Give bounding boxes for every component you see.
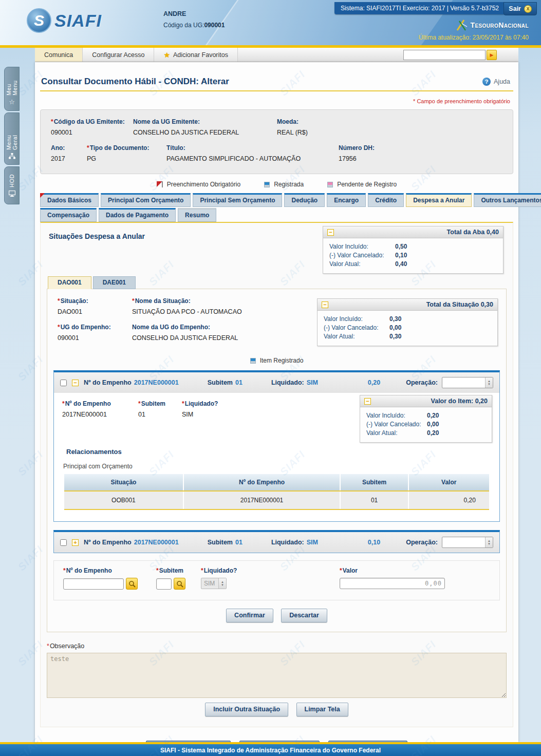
confirmar-button[interactable]: Confirmar xyxy=(226,609,273,622)
new-subitem-input[interactable] xyxy=(156,578,172,590)
menu-item-adicionar-favoritos[interactable]: ★ Adicionar Favoritos xyxy=(154,48,238,62)
item-form-buttons: Confirmar Descartar xyxy=(47,600,506,632)
tab-deducao[interactable]: Dedução xyxy=(284,193,325,207)
item-valor-incluido-value: 0,20 xyxy=(427,412,439,419)
menu-item-configurar-acesso[interactable]: Configurar Acesso xyxy=(83,48,154,62)
tab-encargo-label: Encargo xyxy=(334,197,359,204)
item-2-operacao-spinner-icon[interactable]: ▲▼ xyxy=(485,537,493,547)
relacionamentos-table: Situação Nº do Empenho Subitem Valor OOB… xyxy=(64,474,489,510)
legend-registered-label: Registrada xyxy=(274,181,304,188)
item-1-collapse-icon[interactable]: − xyxy=(72,380,79,386)
item-1-checkbox[interactable] xyxy=(60,380,67,386)
new-valor-input[interactable] xyxy=(340,578,445,589)
subitem-lookup-button[interactable] xyxy=(174,578,185,590)
sit-valor-cancelado-value: 0,00 xyxy=(389,324,401,331)
help-label: Ajuda xyxy=(494,78,510,85)
new-liquidado-select: SIM ▲▼ xyxy=(201,578,227,589)
item-valor-cancelado-label: (-) Valor Cancelado: xyxy=(366,421,427,428)
field-titulo: Título: PAGAMENTO SIMPLIFICADO - AUTOMAÇ… xyxy=(166,144,339,162)
legend-pendente-registro: Pendente de Registro xyxy=(327,181,397,188)
field-situacao-label: Situação: xyxy=(58,297,132,305)
tab-resumo[interactable]: Resumo xyxy=(178,208,216,222)
item-1-field-empenho-label: Nº do Empenho xyxy=(62,400,138,407)
new-subitem-group: Subitem xyxy=(156,567,185,590)
siafi-logo: S SIAFI xyxy=(27,8,102,33)
sidebar-item-hod[interactable]: HOD xyxy=(4,166,20,204)
tesouro-nacional-label: TesouroNacional xyxy=(470,21,529,29)
item-2-expand-icon[interactable]: + xyxy=(72,539,79,546)
new-liquidado-spinner-icon: ▲▼ xyxy=(218,578,226,589)
item-1-operacao-spinner-icon[interactable]: ▲▼ xyxy=(485,377,493,388)
tab-resumo-label: Resumo xyxy=(185,212,209,219)
sidebar-meu-menu-label: Meu Menu xyxy=(6,72,18,96)
limpar-tela-button[interactable]: Limpar Tela xyxy=(296,703,348,716)
search-go-button[interactable]: ▶ xyxy=(487,50,497,60)
item-1-operacao-select[interactable]: ▲▼ xyxy=(442,377,493,388)
relac-header-empenho: Nº do Empenho xyxy=(183,474,341,491)
aba-valor-cancelado-value: 0,10 xyxy=(395,252,407,259)
tesouro-nacional-brand: TesouroNacional xyxy=(455,20,529,31)
registered-square-icon xyxy=(264,182,270,187)
field-situacao-value: DAO001 xyxy=(58,308,132,315)
tab-principal-sem-orcamento[interactable]: Principal Sem Orçamento xyxy=(193,193,282,207)
field-situacao: Situação: DAO001 xyxy=(58,297,132,315)
tab-credito[interactable]: Crédito xyxy=(368,193,404,207)
item-2-checkbox[interactable] xyxy=(60,539,67,546)
new-valor-label: Valor xyxy=(340,567,445,574)
sidebar-item-meu-menu[interactable]: Meu Menu ☆ xyxy=(4,67,20,111)
incluir-outra-situacao-button[interactable]: Incluir Outra Situação xyxy=(205,703,288,716)
last-update-text: Última atualização: 23/05/2017 às 07:40 xyxy=(419,34,529,41)
item-2-operacao-label: Operação: xyxy=(406,539,438,546)
item-2-subitem-value: 01 xyxy=(235,539,242,546)
field-tipo-documento-label: Tipo de Documento: xyxy=(87,144,166,152)
empenho-item-1: − Nº do Empenho 2017NE000001 Subitem 01 … xyxy=(53,370,500,522)
collapse-situacao-box-icon[interactable]: − xyxy=(322,301,328,308)
title-divider xyxy=(40,90,513,91)
menubar: Comunica Configurar Acesso ★ Adicionar F… xyxy=(35,48,518,62)
new-empenho-input[interactable] xyxy=(63,578,124,590)
aba-valor-incluido-label: Valor Incluído: xyxy=(329,243,395,250)
tab-principal-com-orcamento[interactable]: Principal Com Orçamento xyxy=(101,193,191,207)
collapse-aba-box-icon[interactable]: − xyxy=(327,229,334,236)
item-1-liquidado-label: Liquidado: xyxy=(271,379,304,386)
descartar-button[interactable]: Descartar xyxy=(281,609,327,622)
help-button[interactable]: ? Ajuda xyxy=(482,78,510,86)
field-codigo-ug-emitente-value: 090001 xyxy=(51,129,133,136)
tab-principal-com-orcamento-label: Principal Com Orçamento xyxy=(108,197,183,204)
valor-do-item-title: Valor do Item: 0,20 xyxy=(431,398,488,405)
sidebar-item-menu-geral[interactable]: Menu Geral xyxy=(4,112,20,165)
empenho-lookup-button[interactable] xyxy=(126,578,138,590)
observacao-textarea[interactable]: teste xyxy=(47,653,507,698)
situation-tab-dao001[interactable]: DAO001 xyxy=(48,276,91,289)
tab-principal-sem-orcamento-label: Principal Sem Orçamento xyxy=(200,197,275,204)
situation-tabs: DAO001 DAE001 xyxy=(48,276,513,289)
help-icon: ? xyxy=(482,78,491,86)
field-ano-value: 2017 xyxy=(51,155,87,162)
tab-compensacao[interactable]: Compensação xyxy=(40,208,97,222)
menu-item-comunica[interactable]: Comunica xyxy=(35,48,83,62)
item-2-operacao-select[interactable]: ▲▼ xyxy=(442,537,493,548)
aba-valor-incluido-value: 0,50 xyxy=(395,243,407,250)
logout-button[interactable]: Sair x xyxy=(503,2,537,15)
status-legend: Preenchimento Obrigatório Registrada Pen… xyxy=(35,181,518,188)
user-ug-value: 090001 xyxy=(204,22,225,29)
collapse-item-box-icon[interactable]: − xyxy=(364,398,371,405)
tab-despesa-a-anular[interactable]: Despesa a Anular xyxy=(406,193,472,207)
situation-tab-dae001[interactable]: DAE001 xyxy=(93,276,136,289)
total-da-situacao-title: Total da Situação 0,30 xyxy=(426,301,493,308)
tab-dados-basicos[interactable]: Dados Básicos xyxy=(40,193,99,207)
monitor-icon xyxy=(9,191,15,197)
search-input[interactable] xyxy=(403,50,486,60)
tab-outros-lancamentos[interactable]: Outros Lançamentos xyxy=(474,193,541,207)
new-subitem-label: Subitem xyxy=(156,567,185,574)
tab-encargo[interactable]: Encargo xyxy=(327,193,366,207)
new-liquidado-label: Liquidado? xyxy=(201,567,237,574)
item-2-subitem-label: Subitem xyxy=(208,539,233,546)
situation-tab-dao001-label: DAO001 xyxy=(58,279,82,286)
item-1-field-liquidado-value: SIM xyxy=(182,411,254,418)
field-tipo-documento: Tipo de Documento: PG xyxy=(87,144,166,162)
legend-preenchimento-obrigatorio: Preenchimento Obrigatório xyxy=(157,181,240,188)
relac-header-subitem: Subitem xyxy=(340,474,408,491)
tab-dados-de-pagamento[interactable]: Dados de Pagamento xyxy=(99,208,176,222)
relac-cell-empenho: 2017NE000001 xyxy=(183,491,341,509)
